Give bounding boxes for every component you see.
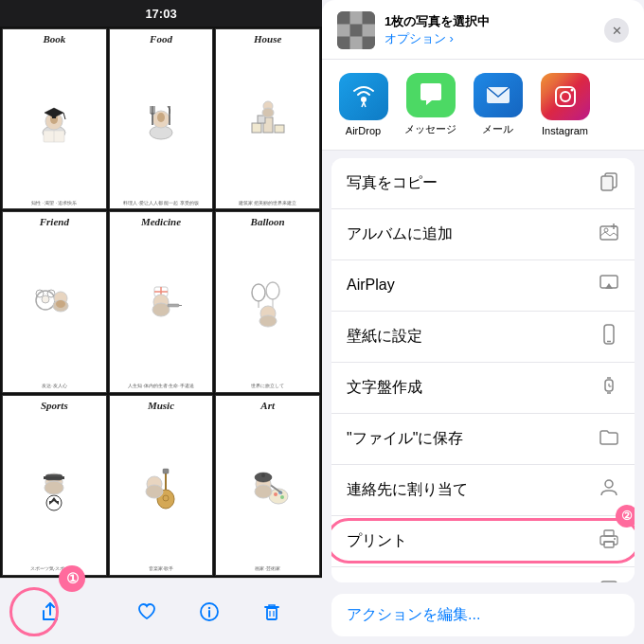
wallpaper-item[interactable]: 壁紙に設定 [331, 312, 635, 363]
copy-photo-label: 写真をコピー [347, 173, 438, 193]
instagram-camera-icon [551, 82, 580, 111]
save-files-item[interactable]: "ファイル"に保存 [331, 414, 635, 465]
photo-caption-art: 画家·芸術家 [255, 565, 279, 572]
edit-actions-label: アクションを編集... [347, 606, 480, 622]
copy-photo-item[interactable]: 写真をコピー [331, 158, 635, 209]
svg-rect-48 [44, 476, 64, 479]
photo-cell-music[interactable]: Music 音楽家·歌手 [109, 395, 214, 576]
svg-rect-16 [252, 123, 261, 133]
photo-title-art: Art [260, 400, 275, 411]
messages-label: メッセージ [404, 122, 456, 136]
photo-figure-art [219, 411, 316, 564]
save-files-label: "ファイル"に保存 [347, 429, 463, 449]
airplay-item[interactable]: AirPlay [331, 260, 635, 312]
photo-caption-music: 音楽家·歌手 [149, 565, 173, 572]
balloon-sketch-icon [244, 279, 292, 329]
phone-icon [599, 324, 619, 345]
svg-point-82 [604, 228, 608, 232]
info-button[interactable] [196, 599, 223, 625]
watch-face-label: 文字盤作成 [347, 378, 422, 398]
quick-note-icon [599, 580, 619, 582]
right-panel: 1枚の写真を選択中 オプション › ✕ AirDrop [322, 0, 644, 644]
messages-icon [406, 73, 456, 117]
photo-cell-sports[interactable]: Sports スポーツ気·スポーツ者 [2, 395, 107, 576]
edit-actions-item[interactable]: アクションを編集... [331, 594, 635, 636]
photo-figure-book [6, 45, 103, 198]
house-sketch-icon [244, 97, 292, 146]
svg-point-25 [42, 295, 49, 303]
photo-caption-book: 知性 · 渴望 · 追求快乐 [31, 200, 77, 206]
photo-cell-balloon[interactable]: Balloon 世界に旅立して [215, 211, 320, 392]
mail-label: メール [482, 122, 513, 136]
svg-point-77 [561, 92, 570, 101]
left-panel: 17:03 Book 知性 · 渴望 · 追求快乐 [0, 0, 322, 644]
photo-cell-book[interactable]: Book 知性 · 渴望 · 追求快乐 [2, 28, 107, 209]
add-album-label: アルバムに追加 [347, 224, 453, 244]
svg-point-97 [614, 538, 616, 540]
svg-rect-69 [267, 608, 277, 619]
share-header: 1枚の写真を選択中 オプション › ✕ [322, 0, 644, 60]
art-sketch-icon [244, 463, 292, 512]
heart-icon [136, 601, 157, 622]
edit-actions-row: アクションを編集... [322, 590, 644, 644]
photo-title-book: Book [43, 33, 65, 45]
svg-point-59 [280, 495, 284, 499]
wallpaper-label: 壁紙に設定 [347, 327, 422, 347]
airplay-screen-icon [599, 273, 619, 294]
app-item-messages[interactable]: メッセージ [404, 73, 456, 136]
trash-button[interactable] [259, 599, 285, 625]
svg-point-55 [146, 485, 163, 498]
app-item-airdrop[interactable]: AirDrop [337, 73, 389, 136]
quick-note-item[interactable]: 新規クイックメモに追加 [331, 567, 635, 582]
svg-rect-52 [163, 469, 169, 474]
album-plus-icon [599, 222, 619, 242]
badge-1: ① [59, 565, 85, 592]
assign-contact-label: 連絡先に割り当て [347, 480, 468, 500]
heart-button[interactable] [134, 599, 160, 625]
svg-rect-98 [601, 581, 617, 582]
mail-icon [474, 73, 523, 117]
svg-rect-6 [52, 113, 56, 118]
svg-point-41 [259, 315, 277, 327]
person-icon [599, 477, 619, 498]
photo-cell-house[interactable]: House 建筑家 把美丽的世界来建立 [215, 28, 320, 209]
airdrop-label: AirDrop [346, 125, 381, 136]
music-sketch-icon [137, 463, 185, 512]
watch-face-item[interactable]: 文字盤作成 [331, 363, 635, 414]
book-sketch-icon [30, 97, 78, 146]
photo-caption-house: 建筑家 把美丽的世界来建立 [239, 200, 296, 206]
photo-title-sports: Sports [41, 400, 68, 411]
photo-caption-medicine: 人生知·体内的生者·生命·手递送 [128, 383, 193, 389]
svg-rect-80 [601, 176, 613, 190]
assign-contact-item[interactable]: 連絡先に割り当て [331, 465, 635, 516]
svg-point-38 [266, 282, 279, 299]
instagram-icon [541, 73, 590, 120]
photo-title-friend: Friend [40, 216, 69, 227]
svg-point-57 [274, 492, 277, 496]
copy-icon [599, 170, 619, 191]
app-item-mail[interactable]: メール [472, 73, 524, 136]
share-header-top: 1枚の写真を選択中 オプション › ✕ [337, 11, 629, 49]
save-files-icon [599, 426, 619, 452]
share-thumbnail [337, 11, 375, 49]
options-link[interactable]: オプション › [385, 30, 490, 47]
print-item[interactable]: ② プリント [331, 516, 635, 567]
app-item-instagram[interactable]: Instagram [539, 73, 591, 136]
close-button[interactable]: ✕ [604, 18, 629, 43]
svg-point-49 [45, 481, 63, 494]
photo-cell-food[interactable]: Food 料理人·爱让人人都 能一起 享受的饭 [109, 28, 214, 209]
photo-grid: Book 知性 · 渴望 · 追求快乐 Food [0, 27, 322, 578]
photo-figure-music [113, 411, 210, 564]
print-icon [599, 528, 619, 554]
photo-cell-friend[interactable]: Friend 友达·友人心 [2, 211, 107, 392]
airplay-label: AirPlay [347, 277, 395, 294]
time-display: 17:03 [145, 7, 176, 21]
photo-cell-medicine[interactable]: Medicine 人生知·体内的生者·生命·手递送 [109, 211, 214, 392]
photo-title-music: Music [148, 400, 174, 411]
trash-icon [261, 601, 282, 622]
add-album-item[interactable]: アルバムに追加 [331, 209, 635, 260]
photo-cell-art[interactable]: Art 画家·芸 [215, 395, 320, 576]
svg-point-24 [47, 290, 55, 297]
svg-point-78 [570, 88, 573, 91]
info-icon [199, 601, 220, 622]
